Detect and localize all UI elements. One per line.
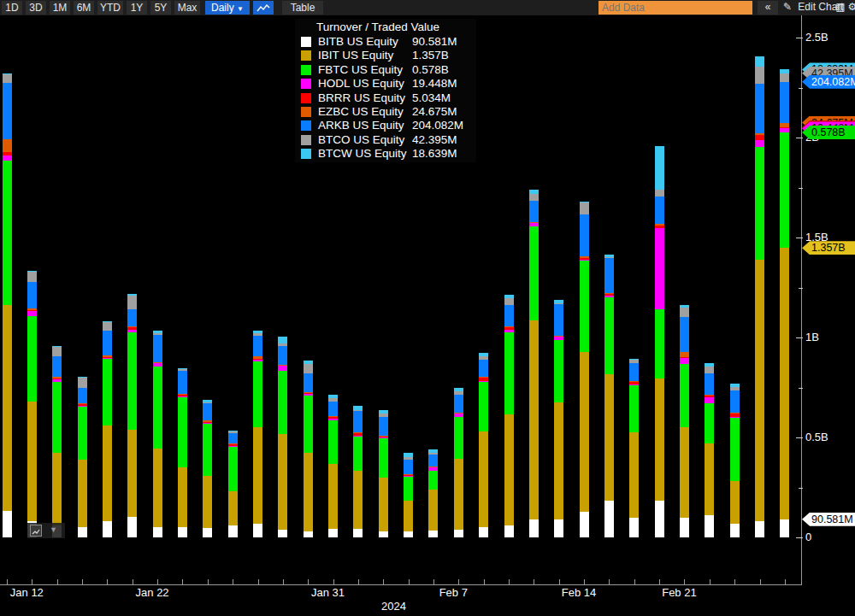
bar-segment[interactable]	[655, 501, 664, 537]
bar-segment[interactable]	[379, 410, 388, 414]
bar-segment[interactable]	[730, 414, 740, 417]
bar-segment[interactable]	[454, 413, 463, 414]
bar-segment[interactable]	[504, 305, 514, 326]
bar-segment[interactable]	[529, 194, 539, 202]
bar-segment[interactable]	[705, 395, 714, 396]
bar-segment[interactable]	[504, 330, 514, 332]
bar-segment[interactable]	[379, 478, 388, 531]
bar-segment[interactable]	[78, 404, 87, 407]
table-button[interactable]: Table	[282, 1, 323, 15]
bar-segment[interactable]	[328, 529, 338, 537]
bar-segment[interactable]	[127, 330, 137, 332]
bar-segment[interactable]	[580, 261, 589, 352]
range-button-1m[interactable]: 1M	[50, 1, 70, 15]
bar-segment[interactable]	[629, 363, 639, 381]
bar-segment[interactable]	[529, 223, 539, 226]
bar-segment[interactable]	[504, 295, 514, 298]
bar-segment[interactable]	[454, 459, 463, 530]
bar-segment[interactable]	[78, 406, 87, 407]
bar-segment[interactable]	[127, 326, 137, 327]
bar-segment[interactable]	[680, 518, 689, 537]
bar-segment[interactable]	[178, 371, 187, 394]
bar-segment[interactable]	[554, 300, 563, 303]
bar-segment[interactable]	[580, 260, 589, 261]
bar-segment[interactable]	[454, 530, 463, 537]
bar-segment[interactable]	[253, 360, 262, 361]
bar-segment[interactable]	[153, 362, 162, 363]
bar-segment[interactable]	[203, 402, 212, 403]
bar-segment[interactable]	[479, 431, 488, 527]
bar-segment[interactable]	[153, 449, 162, 527]
bar-segment[interactable]	[554, 340, 563, 402]
bar-segment[interactable]	[153, 527, 162, 537]
bar-segment[interactable]	[554, 402, 563, 519]
chart-tools-icon[interactable]	[30, 525, 42, 537]
bar-segment[interactable]	[755, 260, 764, 521]
bar-segment[interactable]	[278, 337, 287, 343]
bar-segment[interactable]	[755, 67, 764, 84]
bar-segment[interactable]	[404, 476, 413, 477]
bar-segment[interactable]	[253, 359, 262, 360]
bar-segment[interactable]	[52, 382, 62, 453]
bar-segment[interactable]	[655, 228, 664, 309]
bar-segment[interactable]	[304, 373, 313, 392]
bar-segment[interactable]	[705, 403, 714, 443]
bar-segment[interactable]	[404, 475, 413, 476]
bar-segment[interactable]	[353, 406, 363, 410]
bar-segment[interactable]	[404, 531, 413, 537]
bar-segment[interactable]	[680, 317, 689, 352]
bar-segment[interactable]	[404, 453, 413, 457]
bar-segment[interactable]	[52, 356, 62, 377]
bar-segment[interactable]	[755, 84, 764, 133]
bar-segment[interactable]	[3, 83, 12, 139]
bar-segment[interactable]	[253, 524, 262, 537]
bar-segment[interactable]	[504, 525, 514, 537]
bar-segment[interactable]	[278, 365, 287, 366]
bar-segment[interactable]	[27, 402, 37, 521]
bar-segment[interactable]	[153, 333, 162, 335]
bar-segment[interactable]	[27, 282, 37, 308]
bar-segment[interactable]	[27, 316, 37, 402]
bar-segment[interactable]	[103, 321, 112, 322]
bar-segment[interactable]	[253, 331, 262, 333]
bar-segment[interactable]	[529, 190, 539, 194]
bar-segment[interactable]	[379, 437, 388, 437]
bar-segment[interactable]	[353, 471, 363, 529]
bar-segment[interactable]	[153, 362, 162, 363]
bar-segment[interactable]	[178, 369, 187, 371]
bar-segment[interactable]	[253, 333, 262, 336]
bar-segment[interactable]	[127, 517, 137, 537]
bar-segment[interactable]	[529, 222, 539, 223]
bar-segment[interactable]	[153, 335, 162, 362]
bar-segment[interactable]	[629, 360, 639, 364]
bar-segment[interactable]	[253, 356, 262, 359]
range-button-ytd[interactable]: YTD	[97, 1, 123, 15]
bar-segment[interactable]	[755, 135, 764, 140]
bar-segment[interactable]	[680, 427, 689, 518]
bar-segment[interactable]	[580, 256, 589, 258]
bar-segment[interactable]	[604, 297, 614, 374]
bar-segment[interactable]	[554, 304, 563, 336]
bar-segment[interactable]	[454, 391, 463, 395]
bar-segment[interactable]	[529, 519, 539, 537]
bar-segment[interactable]	[103, 357, 112, 358]
bar-segment[interactable]	[580, 202, 589, 202]
bar-segment[interactable]	[203, 400, 212, 402]
bar-segment[interactable]	[228, 525, 238, 537]
bar-segment[interactable]	[203, 420, 212, 422]
period-dropdown[interactable]: Daily ▼	[205, 1, 250, 15]
bar-segment[interactable]	[730, 481, 740, 524]
bar-segment[interactable]	[304, 453, 313, 531]
bar-segment[interactable]	[730, 384, 740, 387]
bar-segment[interactable]	[127, 332, 137, 430]
bar-segment[interactable]	[479, 378, 488, 381]
bar-segment[interactable]	[629, 518, 639, 537]
bar-segment[interactable]	[404, 474, 413, 475]
bar-segment[interactable]	[27, 272, 37, 282]
bar-segment[interactable]	[705, 373, 714, 395]
bar-segment[interactable]	[404, 477, 413, 501]
bar-segment[interactable]	[529, 201, 539, 221]
bar-segment[interactable]	[479, 381, 488, 382]
bar-segment[interactable]	[529, 222, 539, 223]
bar-segment[interactable]	[3, 161, 12, 305]
